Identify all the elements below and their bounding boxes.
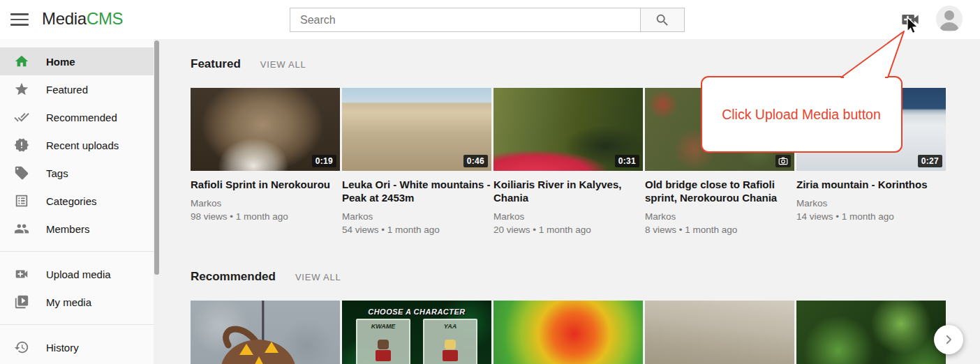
game-thumb-heading: CHOOSE A CHARACTER [342,308,491,316]
user-avatar[interactable] [936,6,963,32]
sidebar-item-label: Tags [46,167,68,179]
menu-hamburger-icon[interactable] [10,11,29,28]
sidebar-item-label: Categories [46,195,97,207]
search-button[interactable] [640,8,685,32]
sidebar-item-featured[interactable]: Featured [0,75,154,103]
media-card: 0:19 Rafioli Sprint in Nerokourou Markos… [191,88,340,236]
media-card [645,301,794,364]
duration-badge: 0:46 [463,155,488,167]
sidebar-item-label: History [46,342,79,354]
video-meta: 54 views • 1 month ago [342,223,491,236]
sidebar-item-recommended[interactable]: Recommended [0,103,154,131]
video-thumbnail[interactable] [645,301,794,364]
sidebar-item-members[interactable]: Members [0,215,154,243]
sidebar-item-label: My media [46,296,91,308]
video-title[interactable]: Rafioli Sprint in Nerokourou [191,178,340,191]
sidebar-divider [0,251,154,252]
video-thumbnail[interactable] [493,301,643,364]
video-title[interactable]: Koiliaris River in Kalyves, Chania [493,178,643,204]
sidebar-item-categories[interactable]: Categories [0,187,154,215]
media-card [796,301,946,364]
game-character-panel: KWAME Selected [356,319,410,364]
video-author[interactable]: Markos [493,210,643,223]
featured-view-all-link[interactable]: VIEW ALL [260,59,306,70]
main-content: Featured VIEW ALL 0:19 Rafioli Sprint in… [160,39,980,364]
duration-badge: 0:31 [615,155,639,167]
sidebar-item-home[interactable]: Home [0,47,154,75]
video-library-icon [14,294,29,310]
video-title[interactable]: Old bridge close to Rafioli sprint, Nero… [645,178,794,204]
duration-badge: 0:19 [312,155,336,167]
sidebar-scrollbar-thumb[interactable] [154,40,159,275]
sidebar-item-label: Recent uploads [46,139,119,151]
new-releases-icon [14,137,29,153]
sidebar-item-my-media[interactable]: My media [0,288,154,316]
video-thumbnail[interactable]: 0:46 [342,88,491,171]
video-thumbnail[interactable]: 0:19 [191,88,340,171]
sidebar-item-history[interactable]: History [0,333,154,361]
upload-media-button[interactable] [900,11,920,28]
image-thumbnail[interactable] [645,88,794,171]
media-card: CHOOSE A CHARACTER KWAME Selected YAA [342,301,491,364]
avatar-person-icon [936,6,963,32]
search-input[interactable] [290,8,640,32]
media-card: Old bridge close to Rafioli sprint, Nero… [645,88,794,236]
media-card: 0:46 Leuka Ori - White mountains - Peak … [342,88,491,236]
duration-badge: 0:27 [918,155,942,167]
upload-video-icon [14,266,29,282]
media-card: 0:31 Koiliaris River in Kalyves, Chania … [493,88,643,236]
sidebar: Home Featured Recommended Recent uploads [0,39,154,364]
home-icon [14,54,29,69]
pumpkin-illustration [191,301,340,364]
video-author[interactable]: Markos [796,197,946,210]
sidebar-item-label: Featured [46,84,88,96]
sidebar-item-label: Home [46,56,75,68]
history-icon [14,340,29,355]
sidebar-item-label: Members [46,223,90,235]
game-character-name: YAA [424,323,476,330]
featured-section-title: Featured [191,57,241,71]
video-title[interactable]: Ziria mountain - Korinthos [796,178,946,191]
sidebar-divider [0,324,154,325]
video-author[interactable]: Markos [191,197,340,210]
game-character-panel: YAA Select [423,319,477,364]
video-meta: 98 views • 1 month ago [191,210,340,223]
media-card [191,301,340,364]
game-character-sprite [374,340,392,363]
video-thumbnail[interactable]: CHOOSE A CHARACTER KWAME Selected YAA [342,301,491,364]
mediacms-app: MediaCMS [0,0,980,364]
video-author[interactable]: Markos [645,210,794,223]
recommended-section-title: Recommended [191,270,276,284]
video-author[interactable]: Markos [342,210,491,223]
search-icon [655,13,670,28]
tag-icon [14,165,29,181]
video-thumbnail[interactable]: 0:31 [493,88,643,171]
featured-section: Featured VIEW ALL 0:19 Rafioli Sprint in… [191,57,980,236]
sidebar-item-recent-uploads[interactable]: Recent uploads [0,131,154,159]
carousel-next-button[interactable] [934,325,963,354]
media-card: 0:27 Ziria mountain - Korinthos Markos 1… [796,88,946,236]
sidebar-item-label: Recommended [46,112,117,123]
video-thumbnail[interactable] [191,301,340,364]
logo-cms-text: CMS [87,9,123,28]
members-icon [14,221,29,236]
logo-media-text: Media [42,9,87,28]
search-bar [290,8,685,32]
recommended-section: Recommended VIEW ALL [191,270,980,364]
recommended-view-all-link[interactable]: VIEW ALL [295,272,341,282]
logo[interactable]: MediaCMS [42,9,123,29]
sidebar-item-tags[interactable]: Tags [0,159,154,187]
game-character-name: KWAME [357,323,409,330]
double-check-icon [14,109,29,125]
video-meta: 8 views • 1 month ago [645,223,794,236]
sidebar-item-label: Upload media [46,268,111,280]
video-thumbnail[interactable]: 0:27 [796,88,946,171]
sidebar-item-upload-media[interactable]: Upload media [0,260,154,288]
game-character-sprite [441,340,459,363]
video-title[interactable]: Leuka Ori - White mountains - Peak at 24… [342,178,491,204]
video-meta: 14 views • 1 month ago [796,210,946,223]
media-card [493,301,643,364]
camera-icon [775,155,791,167]
topbar: MediaCMS [0,0,980,39]
video-thumbnail[interactable] [796,301,946,364]
